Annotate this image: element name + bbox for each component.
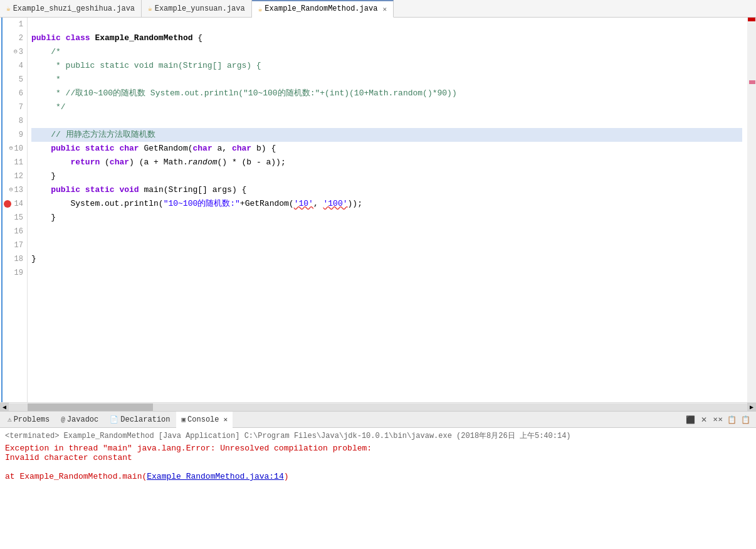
- line-11: 11: [3, 156, 27, 169]
- line-17: 17: [3, 238, 27, 252]
- scroll-right-button[interactable]: ▶: [747, 403, 756, 412]
- tab-javadoc-label: Javadoc: [67, 415, 98, 424]
- tab-problems-label: Problems: [14, 415, 50, 424]
- line-9: 9: [3, 128, 27, 142]
- line-18: 18: [3, 252, 27, 266]
- line-8: 8: [3, 114, 27, 128]
- error-dot: [4, 200, 11, 208]
- line-13: ⊖13: [3, 183, 27, 197]
- line-5: 5: [3, 73, 27, 87]
- console-error-3: at Example_RandomMethod.main(Example_Ran…: [5, 472, 751, 481]
- tab-bar: ☕ Example_shuzi_geshihua.java ☕ Example_…: [0, 0, 756, 18]
- tab-shuzi[interactable]: ☕ Example_shuzi_geshihua.java: [0, 0, 142, 18]
- line-12: 12: [3, 169, 27, 183]
- javadoc-icon: @: [61, 416, 65, 424]
- vertical-scrollbar[interactable]: [747, 18, 756, 402]
- scroll-error-marker: [749, 80, 755, 84]
- tab-declaration[interactable]: 📄 Declaration: [105, 412, 175, 428]
- java-icon-3: ☕: [258, 5, 263, 13]
- code-line-10: public static char GetRandom(char a, cha…: [31, 142, 742, 156]
- console-icon: ▣: [181, 415, 186, 424]
- code-line-14: System.out.println("10~100的随机数:"+GetRand…: [31, 197, 742, 211]
- console-output: <terminated> Example_RandomMethod [Java …: [0, 428, 756, 549]
- line-10: ⊖10: [3, 142, 27, 156]
- line-numbers: 1 2 ⊖3 4 5 6 7 8 9 ⊖10 11 12 ⊖13 14 15 1…: [3, 18, 27, 280]
- bottom-panel: ⚠ Problems @ Javadoc 📄 Declaration ▣ Con…: [0, 411, 756, 549]
- code-line-9: // 用静态方法方法取随机数: [31, 128, 742, 142]
- code-line-4: * public static void main(String[] args)…: [31, 59, 742, 73]
- editor-area: 1 2 ⊖3 4 5 6 7 8 9 ⊖10 11 12 ⊖13 14 15 1…: [0, 18, 756, 402]
- code-line-16: [31, 225, 742, 238]
- h-scroll-thumb: [28, 403, 153, 411]
- java-icon-2: ☕: [148, 4, 152, 13]
- tab-console-label: Console: [187, 415, 219, 424]
- bottom-tab-bar: ⚠ Problems @ Javadoc 📄 Declaration ▣ Con…: [0, 412, 756, 428]
- code-line-5: *: [31, 73, 742, 87]
- problems-icon: ⚠: [8, 415, 12, 424]
- line-3: ⊖3: [3, 45, 27, 59]
- console-link[interactable]: Example_RandomMethod.java:14: [147, 472, 283, 481]
- code-line-18: }: [31, 252, 742, 266]
- tab-label-2: Example_yunsuan.java: [155, 4, 245, 13]
- console-terminated-line: <terminated> Example_RandomMethod [Java …: [5, 430, 751, 441]
- code-line-19: [31, 266, 742, 280]
- tab-label-3: Example_RandomMethod.java: [265, 4, 377, 13]
- java-icon-1: ☕: [6, 4, 11, 13]
- console-toolbar: ⬛ ✕ ✕✕ 📋 📋: [685, 414, 756, 425]
- code-line-8: [31, 114, 742, 128]
- toolbar-copy-button[interactable]: 📋: [726, 414, 737, 425]
- code-line-15: }: [31, 211, 742, 225]
- code-line-17: [31, 238, 742, 252]
- toolbar-removeall-button[interactable]: ✕✕: [712, 414, 723, 425]
- scroll-top-marker: [748, 18, 755, 21]
- tab-problems[interactable]: ⚠ Problems: [3, 412, 55, 428]
- declaration-icon: 📄: [110, 415, 118, 424]
- code-line-3: /*: [31, 45, 742, 59]
- h-scroll-track[interactable]: [9, 403, 747, 411]
- line-2: 2: [3, 31, 27, 45]
- line-4: 4: [3, 59, 27, 73]
- horizontal-scrollbar[interactable]: ◀ ▶: [0, 402, 756, 411]
- tab-random[interactable]: ☕ Example_RandomMethod.java ✕: [252, 0, 394, 18]
- line-15: 15: [3, 211, 27, 225]
- toolbar-paste-button[interactable]: 📋: [740, 414, 751, 425]
- line-number-gutter: 1 2 ⊖3 4 5 6 7 8 9 ⊖10 11 12 ⊖13 14 15 1…: [3, 18, 28, 402]
- code-editor[interactable]: public class Example_RandomMethod { /* *…: [28, 18, 747, 402]
- toolbar-remove-button[interactable]: ✕: [698, 414, 710, 425]
- bottom-tab-group: ⚠ Problems @ Javadoc 📄 Declaration ▣ Con…: [3, 412, 233, 428]
- code-line-7: */: [31, 100, 742, 114]
- code-line-11: return (char) (a + Math.random() * (b - …: [31, 156, 742, 169]
- tab-close-icon[interactable]: ✕: [382, 5, 387, 13]
- line-1: 1: [3, 18, 27, 31]
- toolbar-stop-button[interactable]: ⬛: [685, 414, 696, 425]
- code-line-6: * //取10~100的随机数 System.out.println("10~1…: [31, 87, 742, 100]
- console-close-icon[interactable]: ✕: [224, 415, 228, 424]
- console-error-blank: [5, 462, 751, 472]
- tab-declaration-label: Declaration: [120, 415, 170, 424]
- code-line-13: public static void main(String[] args) {: [31, 183, 742, 197]
- tab-console[interactable]: ▣ Console ✕: [176, 412, 233, 428]
- line-6: 6: [3, 87, 27, 100]
- console-error-1: Exception in thread "main" java.lang.Err…: [5, 444, 751, 453]
- tab-yunsuan[interactable]: ☕ Example_yunsuan.java: [142, 0, 252, 18]
- line-7: 7: [3, 100, 27, 114]
- code-line-1: [31, 18, 742, 31]
- tab-label-1: Example_shuzi_geshihua.java: [13, 4, 135, 13]
- code-line-12: }: [31, 169, 742, 183]
- console-error-2: Invalid character constant: [5, 453, 751, 462]
- tab-javadoc[interactable]: @ Javadoc: [56, 412, 103, 428]
- scroll-left-button[interactable]: ◀: [0, 403, 9, 412]
- line-16: 16: [3, 225, 27, 238]
- code-lines: public class Example_RandomMethod { /* *…: [28, 18, 747, 280]
- code-line-2: public class Example_RandomMethod {: [31, 31, 742, 45]
- line-14: 14: [3, 197, 27, 211]
- line-19: 19: [3, 266, 27, 280]
